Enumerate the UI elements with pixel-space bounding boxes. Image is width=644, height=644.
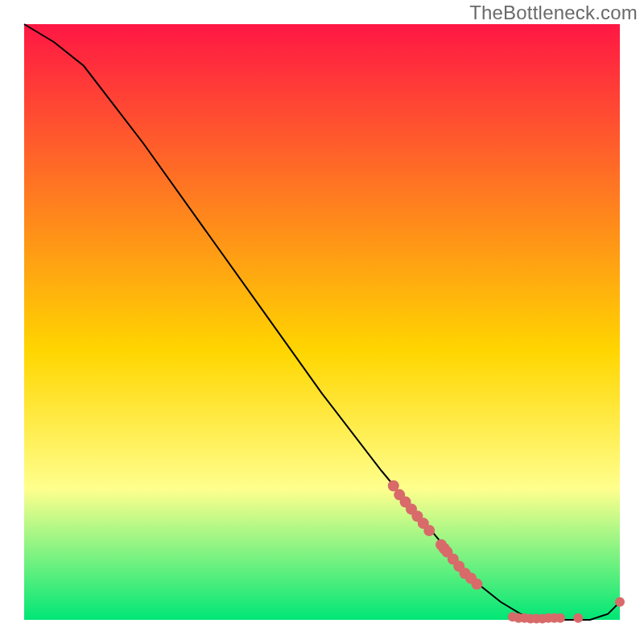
data-point <box>615 597 625 607</box>
data-point <box>423 525 435 536</box>
bottleneck-chart <box>0 0 644 644</box>
data-point <box>555 613 565 623</box>
chart-container: TheBottleneck.com <box>0 0 644 644</box>
data-point <box>471 579 482 590</box>
plot-area <box>24 24 620 620</box>
data-point <box>573 613 583 623</box>
